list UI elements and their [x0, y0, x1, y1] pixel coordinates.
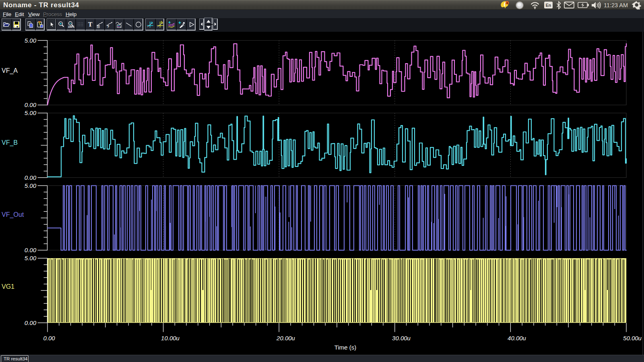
svg-text:VF_B: VF_B	[2, 139, 18, 146]
svg-text:0.00: 0.00	[43, 335, 55, 341]
svg-text:0.00: 0.00	[25, 247, 37, 253]
svg-text:5.00: 5.00	[25, 255, 37, 261]
svg-text:20.00u: 20.00u	[276, 335, 295, 341]
svg-text:4: 4	[506, 2, 508, 4]
svg-text:10.00u: 10.00u	[161, 335, 180, 341]
svg-text:VF_Out: VF_Out	[2, 211, 24, 218]
svg-text:?: ?	[107, 25, 109, 28]
svg-text:x: x	[120, 25, 121, 27]
svg-text:b: b	[161, 21, 163, 25]
svg-text:5.00: 5.00	[25, 109, 37, 116]
svg-text:40.00u: 40.00u	[508, 335, 526, 341]
svg-text:VG1: VG1	[2, 283, 14, 290]
svg-text:50.00u: 50.00u	[623, 335, 642, 341]
svg-text:100%: 100%	[68, 25, 74, 28]
svg-text:5.00: 5.00	[25, 37, 37, 44]
svg-text:T: T	[97, 25, 99, 28]
svg-text:VF_A: VF_A	[2, 67, 18, 74]
svg-text:T: T	[88, 21, 92, 28]
svg-text:0.00: 0.00	[25, 319, 37, 326]
svg-text:5.00: 5.00	[25, 182, 37, 189]
svg-text:11:23 AM: 11:23 AM	[604, 2, 628, 8]
svg-text:30.00u: 30.00u	[392, 335, 411, 341]
svg-text:0.00: 0.00	[25, 101, 37, 108]
svg-text:En: En	[546, 3, 551, 8]
svg-text:a: a	[151, 21, 153, 25]
svg-text:0.00: 0.00	[25, 174, 37, 181]
svg-text:Time (s): Time (s)	[334, 344, 356, 351]
